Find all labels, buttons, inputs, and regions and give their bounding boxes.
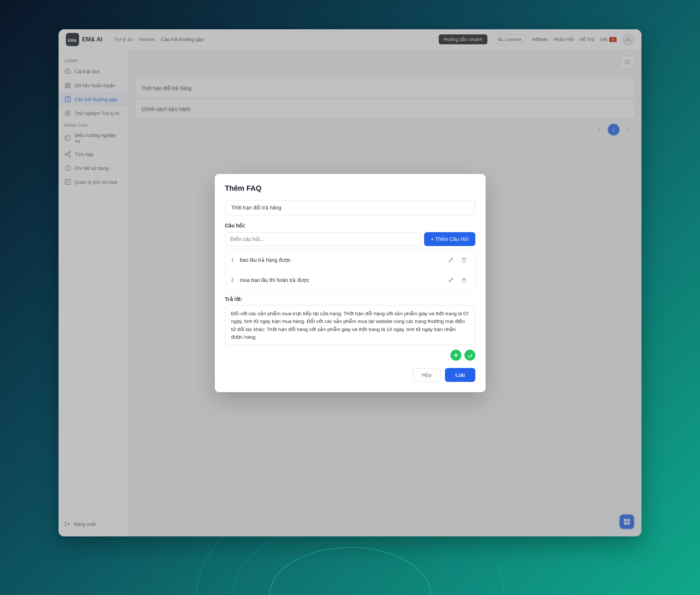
cancel-button[interactable]: Hủy	[413, 368, 441, 382]
question-input-row: + Thêm Câu Hỏi	[225, 232, 475, 246]
answer-textarea[interactable]: Đối với các sản phẩm mua trực tiếp tại c…	[225, 305, 475, 345]
answer-section-label: Trả lời:	[225, 296, 475, 302]
question-num-2: 2	[231, 277, 240, 283]
question-list: 1 bao lâu trả hàng được	[225, 250, 475, 290]
delete-question-2-button[interactable]	[459, 275, 469, 285]
edit-icon-1	[448, 257, 454, 263]
svg-rect-45	[463, 279, 465, 282]
question-text-2: mua bao lâu thì hoàn trả được	[240, 277, 446, 283]
question-input[interactable]	[225, 232, 421, 246]
refresh-icon	[467, 352, 473, 358]
save-button[interactable]: Lưu	[445, 368, 475, 382]
add-question-button[interactable]: + Thêm Câu Hỏi	[424, 232, 475, 246]
edit-question-2-button[interactable]	[446, 275, 456, 285]
delete-question-1-button[interactable]	[459, 255, 469, 265]
edit-question-1-button[interactable]	[446, 255, 456, 265]
sparkle-icon	[453, 352, 459, 358]
svg-point-46	[455, 354, 457, 356]
question-actions-2	[446, 275, 469, 285]
modal-footer: Hủy Lưu	[225, 368, 475, 382]
add-question-label: + Thêm Câu Hỏi	[431, 236, 468, 242]
question-text-1: bao lâu trả hàng được	[240, 257, 446, 263]
questions-section-label: Câu hỏi:	[225, 223, 475, 228]
answer-tools	[225, 350, 475, 361]
question-item-1: 1 bao lâu trả hàng được	[225, 250, 475, 270]
refresh-button[interactable]	[464, 350, 475, 361]
main-content: CHÍNH Cài Đặt Bot Dữ liệu huấn luyện	[59, 50, 641, 536]
ai-generate-button[interactable]	[450, 350, 461, 361]
svg-rect-44	[463, 259, 465, 262]
edit-icon-2	[448, 277, 454, 283]
trash-icon-1	[461, 257, 467, 263]
trash-icon-2	[461, 277, 467, 283]
question-num-1: 1	[231, 257, 240, 263]
app-window: EM& AI EM& AI Trợ lý ảo / Vtrainer / Câu…	[59, 29, 641, 536]
modal-overlay: Thêm FAQ Câu hỏi: + Thêm Câu Hỏi 1 bao l…	[59, 50, 641, 536]
modal: Thêm FAQ Câu hỏi: + Thêm Câu Hỏi 1 bao l…	[215, 174, 486, 392]
question-item-2: 2 mua bao lâu thì hoàn trả được	[225, 270, 475, 290]
faq-name-input[interactable]	[225, 200, 475, 215]
modal-title: Thêm FAQ	[225, 184, 475, 193]
question-actions-1	[446, 255, 469, 265]
svg-point-2	[270, 547, 431, 595]
